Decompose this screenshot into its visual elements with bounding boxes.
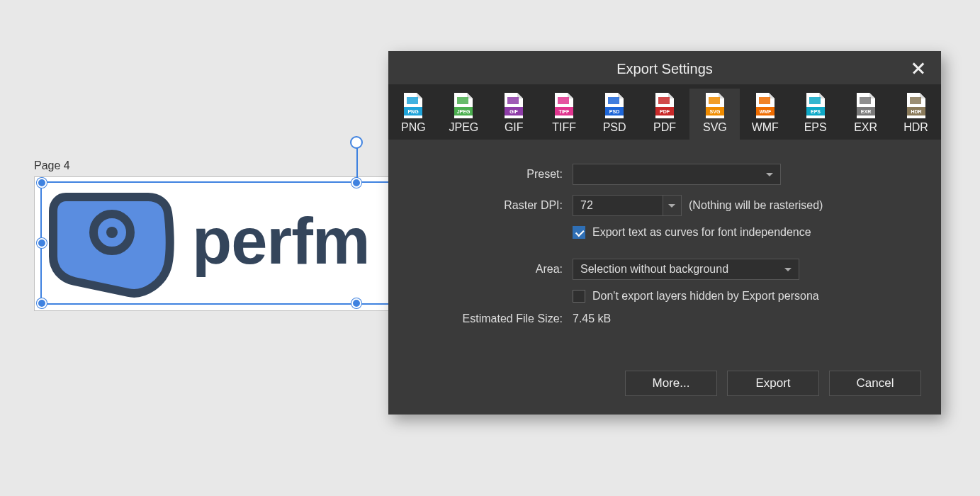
raster-hint: (Nothing will be rasterised): [689, 199, 823, 212]
export-button[interactable]: Export: [727, 371, 819, 396]
format-tab-label: JPEG: [439, 121, 489, 134]
file-pdf-icon: PDF: [654, 93, 675, 118]
svg-text:TIFF: TIFF: [559, 109, 570, 114]
export-dialog: Export Settings PNGPNGJPEGJPEGGIFGIFTIFF…: [388, 51, 941, 415]
resize-handle-bl[interactable]: [37, 298, 47, 308]
file-eps-icon: EPS: [805, 93, 826, 118]
raster-dpi-label: Raster DPI:: [410, 199, 573, 212]
format-tab-label: EXR: [840, 121, 891, 134]
svg-text:WMF: WMF: [759, 109, 771, 114]
format-tabs: PNGPNGJPEGJPEGGIFGIFTIFFTIFFPSDPSDPDFPDF…: [388, 84, 941, 140]
export-curves-label[interactable]: Export text as curves for font independe…: [592, 226, 811, 239]
close-icon[interactable]: [908, 58, 928, 78]
svg-text:SVG: SVG: [709, 109, 720, 114]
format-tab-wmf[interactable]: WMFWMF: [740, 89, 790, 140]
est-size-value: 7.45 kB: [573, 312, 611, 325]
rotate-handle[interactable]: [350, 136, 363, 149]
format-tab-eps[interactable]: EPSEPS: [790, 89, 840, 140]
format-tab-label: GIF: [489, 121, 539, 134]
svg-rect-28: [809, 97, 821, 104]
format-tab-label: PSD: [590, 121, 640, 134]
est-size-label: Estimated File Size:: [410, 312, 573, 325]
svg-rect-31: [860, 97, 871, 104]
svg-text:GIF: GIF: [509, 109, 518, 114]
format-tab-label: SVG: [689, 121, 740, 134]
svg-rect-19: [658, 97, 670, 104]
format-tab-label: TIFF: [539, 121, 590, 134]
file-jpeg-icon: JPEG: [453, 93, 474, 118]
export-curves-checkbox[interactable]: [573, 226, 585, 239]
file-exr-icon: EXR: [855, 93, 877, 118]
svg-text:PSD: PSD: [609, 109, 619, 114]
svg-rect-22: [709, 97, 720, 104]
format-tab-gif[interactable]: GIFGIF: [489, 89, 539, 140]
svg-rect-4: [407, 97, 418, 104]
file-png-icon: PNG: [402, 93, 424, 118]
svg-point-1: [106, 227, 118, 238]
chevron-down-icon: [668, 204, 675, 208]
logo-mark-icon: [45, 184, 179, 298]
svg-rect-34: [910, 97, 921, 104]
preset-label: Preset:: [410, 168, 573, 181]
resize-handle-bm[interactable]: [351, 298, 361, 308]
file-hdr-icon: HDR: [906, 93, 927, 118]
preset-select[interactable]: [573, 164, 781, 185]
svg-text:PNG: PNG: [408, 109, 419, 114]
chevron-down-icon: [784, 268, 792, 271]
format-tab-label: PNG: [388, 121, 439, 134]
file-gif-icon: GIF: [503, 93, 524, 118]
format-tab-pdf[interactable]: PDFPDF: [640, 89, 690, 140]
svg-rect-16: [608, 97, 619, 104]
svg-text:PDF: PDF: [660, 109, 670, 114]
logo-group[interactable]: perfm: [45, 184, 370, 298]
cancel-button[interactable]: Cancel: [829, 371, 921, 396]
svg-rect-13: [558, 97, 569, 104]
format-tab-label: HDR: [891, 121, 941, 134]
svg-rect-25: [759, 97, 770, 104]
more-button[interactable]: More...: [625, 371, 717, 396]
format-tab-hdr[interactable]: HDRHDR: [891, 89, 941, 140]
file-tiff-icon: TIFF: [553, 93, 575, 118]
area-label: Area:: [410, 263, 573, 276]
svg-text:EXR: EXR: [860, 109, 870, 114]
hide-layers-label[interactable]: Don't export layers hidden by Export per…: [592, 290, 819, 303]
format-tab-exr[interactable]: EXREXR: [840, 89, 891, 140]
format-tab-psd[interactable]: PSDPSD: [590, 89, 640, 140]
chevron-down-icon: [766, 173, 773, 176]
format-tab-svg[interactable]: SVGSVG: [689, 89, 740, 140]
svg-rect-10: [507, 97, 519, 104]
format-tab-label: WMF: [740, 121, 790, 134]
svg-text:EPS: EPS: [811, 109, 821, 114]
format-tab-label: PDF: [640, 121, 690, 134]
logo-text: perfm: [192, 204, 370, 278]
dialog-title: Export Settings: [388, 51, 941, 84]
format-tab-png[interactable]: PNGPNG: [388, 89, 439, 140]
raster-dpi-input[interactable]: 72: [573, 195, 682, 216]
file-psd-icon: PSD: [604, 93, 625, 118]
svg-text:HDR: HDR: [911, 109, 921, 114]
area-select[interactable]: Selection without background: [573, 259, 799, 280]
format-tab-jpeg[interactable]: JPEGJPEG: [439, 89, 489, 140]
file-svg-icon: SVG: [704, 93, 726, 118]
format-tab-label: EPS: [790, 121, 840, 134]
svg-text:JPEG: JPEG: [457, 109, 471, 114]
svg-rect-7: [457, 97, 468, 104]
file-wmf-icon: WMF: [755, 93, 776, 118]
hide-layers-checkbox[interactable]: [573, 290, 585, 303]
format-tab-tiff[interactable]: TIFFTIFF: [539, 89, 590, 140]
